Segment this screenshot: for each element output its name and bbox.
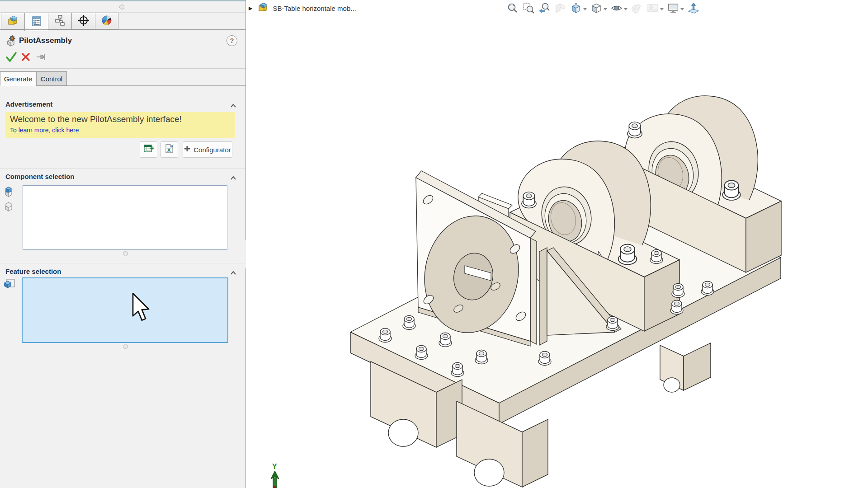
view-orientation-icon <box>570 2 582 16</box>
divider <box>0 168 245 169</box>
toolbar-button-edit-appearance <box>631 2 643 16</box>
graphics-viewport[interactable]: ▶ SB-Table horizontale mob... Y <box>246 0 868 488</box>
tab-generate-label: Generate <box>4 75 33 83</box>
title-row: PilotAssembly ? <box>0 33 245 49</box>
plus-icon <box>184 145 190 154</box>
divider <box>67 85 245 86</box>
cancel-button[interactable] <box>21 52 30 63</box>
feature-selection-listbox[interactable] <box>22 277 228 343</box>
flyout-tree-label[interactable]: SB-Table horizontale mob... <box>273 5 356 12</box>
display-style-dropdown-arrow-icon[interactable] <box>604 8 607 10</box>
cap-screw[interactable] <box>451 363 464 377</box>
hide-show-items-dropdown-arrow-icon[interactable] <box>624 8 627 10</box>
toolbar-button-3d-drawing-view[interactable] <box>687 2 700 16</box>
view-orientation-dropdown-arrow-icon[interactable] <box>583 8 587 10</box>
toolbar-button-hide-show-items[interactable] <box>610 2 627 16</box>
section-header-feature-selection: Feature selection <box>5 267 61 275</box>
toolbar-button-previous-view[interactable] <box>538 2 551 16</box>
advertisement-banner: Welcome to the new PilotAssembly interfa… <box>5 112 235 138</box>
divider <box>0 68 245 69</box>
toolbar-button-zoom-to-area[interactable] <box>522 2 535 16</box>
cap-screw[interactable] <box>606 317 619 331</box>
tab-generate[interactable]: Generate <box>0 71 36 86</box>
cap-screw[interactable] <box>439 333 452 347</box>
dimxpert-manager-icon <box>78 14 90 28</box>
ok-button[interactable] <box>5 52 17 64</box>
manager-tab-property-manager[interactable] <box>24 13 48 31</box>
manager-tab-feature-manager[interactable] <box>1 13 24 29</box>
select-component-icon <box>4 185 16 200</box>
toolbar-button-section-view <box>554 2 566 16</box>
configuration-manager-icon <box>54 14 66 28</box>
panel-resize-grip-top[interactable] <box>119 5 124 9</box>
export-table-button[interactable] <box>140 141 157 158</box>
manager-tab-strip <box>1 13 118 30</box>
section-header-component-selection: Component selection <box>5 173 75 180</box>
divider <box>0 96 245 96</box>
mouse-cursor <box>129 293 156 324</box>
component-selection-listbox[interactable] <box>23 185 227 250</box>
manager-tab-dimxpert-manager[interactable] <box>71 13 95 29</box>
import-excel-button[interactable]: X <box>160 141 178 158</box>
view-settings-icon <box>667 2 679 16</box>
collapse-feature-selection-icon[interactable] <box>230 269 237 275</box>
toolbar-button-display-style[interactable] <box>590 2 607 16</box>
zoom-to-fit-icon <box>506 2 519 16</box>
heads-up-view-toolbar <box>506 2 703 16</box>
banner-heading: Welcome to the new PilotAssembly interfa… <box>10 114 182 124</box>
divider <box>0 263 245 263</box>
pin-button[interactable] <box>36 53 48 63</box>
cap-screw[interactable] <box>618 244 637 265</box>
tab-control-label: Control <box>41 75 62 83</box>
collapse-component-selection-icon[interactable] <box>230 174 237 180</box>
component-box-resize-grip[interactable] <box>123 251 128 256</box>
cap-screw[interactable] <box>672 284 684 298</box>
triad-y-label: Y <box>272 463 277 470</box>
cap-screw[interactable] <box>403 316 415 330</box>
svg-text:X: X <box>167 147 171 153</box>
section-view-icon <box>554 2 566 16</box>
cap-screw[interactable] <box>722 181 740 200</box>
cap-screw[interactable] <box>670 300 683 314</box>
cap-screw[interactable] <box>415 346 428 360</box>
display-style-icon <box>590 2 603 16</box>
page-title: PilotAssembly <box>19 36 72 45</box>
feature-box-resize-grip[interactable] <box>123 344 128 349</box>
pilotassembly-gear-icon <box>5 35 17 49</box>
cap-screw[interactable] <box>475 350 488 364</box>
help-button[interactable]: ? <box>226 35 237 46</box>
apply-scene-dropdown-arrow-icon[interactable] <box>660 8 664 10</box>
3d-drawing-view-icon <box>687 2 700 16</box>
flyout-tree-expand-icon[interactable]: ▶ <box>249 5 252 11</box>
learn-more-link[interactable]: To learn more, click here <box>10 127 79 134</box>
toolbar-button-view-orientation[interactable] <box>570 2 587 16</box>
manager-tab-display-manager[interactable] <box>95 13 118 29</box>
property-manager-icon <box>31 15 42 29</box>
property-manager-panel: PilotAssembly ? Generate Control <box>0 0 246 488</box>
toolbar-button-view-settings[interactable] <box>667 2 684 16</box>
apply-scene-icon <box>646 2 659 16</box>
cap-screw[interactable] <box>627 122 642 138</box>
collapse-advertisement-icon[interactable] <box>230 102 237 108</box>
cap-screw[interactable] <box>650 250 663 264</box>
excel-table-icon <box>143 143 154 156</box>
assembly-model[interactable] <box>246 0 868 488</box>
configurator-button[interactable]: Configurator <box>183 141 232 158</box>
tab-control[interactable]: Control <box>36 71 67 86</box>
hide-show-items-icon <box>610 2 623 16</box>
assembly-document-icon <box>258 1 269 15</box>
edit-appearance-icon <box>631 2 643 16</box>
view-settings-dropdown-arrow-icon[interactable] <box>680 8 684 10</box>
toolbar-button-zoom-to-fit[interactable] <box>506 2 519 16</box>
feature-manager-icon <box>7 14 19 28</box>
application-window: PilotAssembly ? Generate Control <box>0 0 868 488</box>
cap-screw[interactable] <box>701 282 714 296</box>
select-feature-icon <box>3 277 16 292</box>
cap-screw[interactable] <box>379 328 392 343</box>
cap-screw[interactable] <box>522 192 536 208</box>
cap-screw[interactable] <box>538 352 551 366</box>
manager-tab-configuration-manager[interactable] <box>48 13 71 29</box>
divider <box>0 29 245 30</box>
confirm-row <box>0 50 245 64</box>
previous-view-icon <box>538 2 551 16</box>
